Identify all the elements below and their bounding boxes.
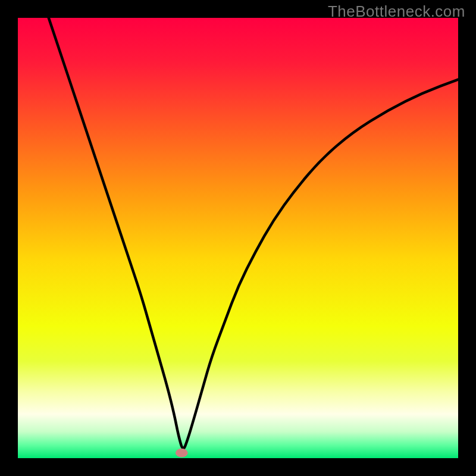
optimal-point-marker bbox=[176, 449, 188, 458]
plot-area bbox=[18, 18, 458, 458]
curve-layer bbox=[18, 18, 458, 458]
chart-outer: TheBottleneck.com bbox=[0, 0, 476, 476]
bottleneck-curve bbox=[49, 18, 458, 449]
